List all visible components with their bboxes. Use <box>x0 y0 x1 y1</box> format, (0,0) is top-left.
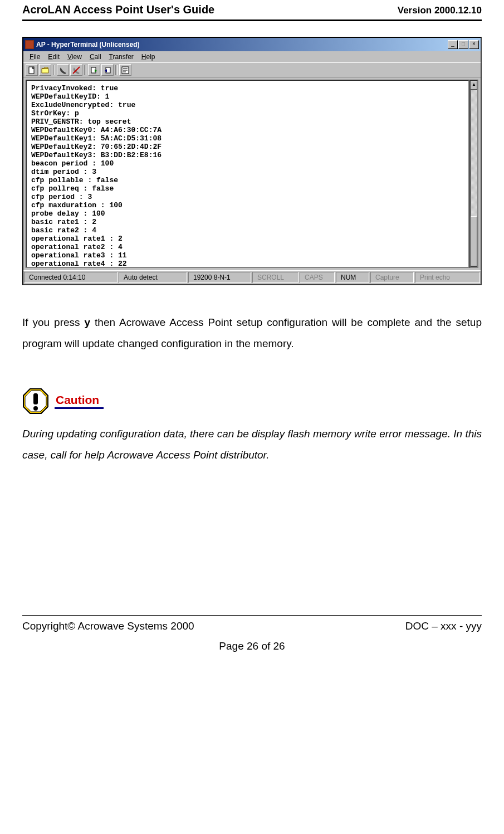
footer-left: Copyright© Acrowave Systems 2000 <box>22 620 194 632</box>
status-detect: Auto detect <box>119 272 187 283</box>
minimize-button[interactable]: _ <box>448 40 458 49</box>
para1-post: then Acrowave Access Point setup configu… <box>22 316 482 349</box>
svg-rect-10 <box>33 393 38 404</box>
toolbar <box>23 62 481 77</box>
status-num: NUM <box>336 272 369 283</box>
header-title-right: Version 2000.12.10 <box>398 5 482 16</box>
menu-edit[interactable]: Edit <box>44 52 63 62</box>
toolbar-separator <box>115 64 118 76</box>
new-file-icon <box>28 66 36 74</box>
new-button[interactable] <box>26 64 38 76</box>
page-header: AcroLAN Access Point User's Guide Versio… <box>22 0 482 16</box>
connect-button[interactable] <box>57 64 69 76</box>
menu-file[interactable]: File <box>26 52 44 62</box>
phone-icon <box>59 66 67 74</box>
body-paragraph-1: If you press y then Acrowave Access Poin… <box>22 312 482 354</box>
window-controls: _ □ × <box>448 40 479 49</box>
para1-pre: If you press <box>22 316 85 328</box>
status-capture: Capture <box>370 272 414 283</box>
app-icon <box>25 40 34 49</box>
receive-file-icon <box>104 66 111 74</box>
scroll-track[interactable] <box>471 90 477 258</box>
open-folder-icon <box>41 66 49 74</box>
menu-call[interactable]: Call <box>86 52 105 62</box>
toolbar-separator <box>52 64 56 76</box>
properties-button[interactable] <box>119 64 131 76</box>
menu-view[interactable]: View <box>63 52 86 62</box>
status-connected: Connected 0:14:10 <box>24 272 118 283</box>
scroll-up-button[interactable]: ▲ <box>471 81 477 90</box>
window-title: AP - HyperTerminal (Unlicensed) <box>36 41 448 48</box>
footer-center: Page 26 of 26 <box>22 640 482 652</box>
vertical-scrollbar[interactable]: ▲ ▼ <box>469 80 478 268</box>
hyperterminal-window: AP - HyperTerminal (Unlicensed) _ □ × Fi… <box>22 37 482 285</box>
maximize-button[interactable]: □ <box>458 40 468 49</box>
status-scroll: SCROLL <box>252 272 299 283</box>
send-button[interactable] <box>88 64 100 76</box>
caution-icon <box>22 388 49 414</box>
status-bar: Connected 0:14:10 Auto detect 19200 8-N-… <box>23 270 481 284</box>
scroll-thumb[interactable] <box>471 216 477 266</box>
footer-right: DOC – xxx - yyy <box>405 620 482 632</box>
caution-heading: Caution <box>22 388 482 414</box>
toolbar-separator <box>84 64 87 76</box>
caution-label: Caution <box>55 393 104 409</box>
receive-button[interactable] <box>101 64 114 76</box>
menu-help[interactable]: Help <box>138 52 159 62</box>
open-button[interactable] <box>39 64 51 76</box>
header-title-left: AcroLAN Access Point User's Guide <box>22 3 214 16</box>
phone-hangup-icon <box>72 66 80 74</box>
header-rule <box>22 19 482 21</box>
properties-icon <box>121 66 129 74</box>
footer-row: Copyright© Acrowave Systems 2000 DOC – x… <box>22 620 482 632</box>
status-caps: CAPS <box>300 272 335 283</box>
terminal-output[interactable]: PrivacyInvoked: true WEPDefaultKeyID: 1 … <box>26 80 469 268</box>
footer-rule <box>22 615 482 616</box>
status-printecho: Print echo <box>415 272 480 283</box>
client-area: PrivacyInvoked: true WEPDefaultKeyID: 1 … <box>23 77 481 270</box>
svg-point-11 <box>33 406 38 411</box>
menu-bar: File Edit View Call Transfer Help <box>23 51 481 62</box>
para1-bold: y <box>85 316 91 328</box>
menu-transfer[interactable]: Transfer <box>105 52 138 62</box>
caution-paragraph: During updating configuration data, ther… <box>22 423 482 466</box>
window-titlebar[interactable]: AP - HyperTerminal (Unlicensed) _ □ × <box>23 38 481 51</box>
close-button[interactable]: × <box>469 40 479 49</box>
send-file-icon <box>90 66 98 74</box>
status-port: 19200 8-N-1 <box>188 272 251 283</box>
disconnect-button[interactable] <box>70 64 82 76</box>
